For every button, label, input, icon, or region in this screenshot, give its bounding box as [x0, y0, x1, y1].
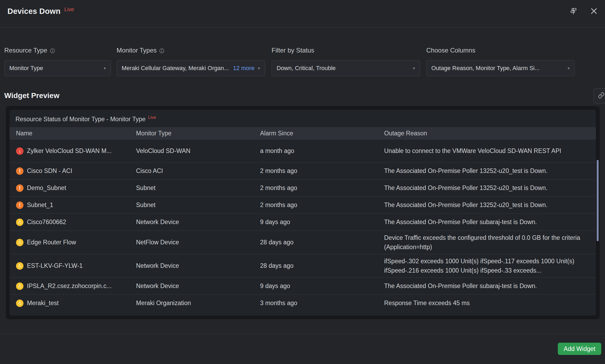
outage-reason-cell: Unable to connect to the VMWare VeloClou… [384, 146, 590, 156]
device-name: Edge Router Flow [27, 239, 76, 246]
dialog-header: Devices Down Live [0, 0, 605, 27]
device-name: Cisco SDN - ACI [27, 167, 72, 175]
widget-preview-panel: Resource Status of Monitor Type - Monito… [6, 106, 600, 319]
widget-preview-heading: Widget Preview [4, 91, 59, 100]
table-row[interactable]: ⚠ EST-LKV-GF-YLW-1 Network Device 28 day… [10, 254, 596, 277]
choose-columns-label: Choose Columns [426, 47, 475, 54]
device-name-cell: ⚠ IPSLA_R2.csez.zohocorpin.c... [16, 282, 136, 290]
widget-layout-icon [570, 7, 578, 16]
monitor-type-cell: NetFlow Device [136, 239, 260, 246]
monitor-type-cell: Network Device [136, 219, 260, 226]
vertical-scrollbar[interactable] [597, 160, 599, 241]
alarm-since-cell: 2 months ago [260, 184, 384, 192]
alarm-since-cell: a month ago [260, 147, 384, 155]
table-row[interactable]: ⚠ IPSLA_R2.csez.zohocorpin.c... Network … [10, 277, 596, 294]
device-name: Demo_Subnet [27, 184, 66, 192]
filter-choose-columns: Choose Columns Outage Reason, Monitor Ty… [426, 47, 575, 76]
device-name-cell: ! Demo_Subnet [16, 184, 136, 192]
page-title: Devices Down [7, 7, 61, 16]
widget-layout-button[interactable] [570, 7, 578, 16]
filter-by-status: Filter by Status Down, Critical, Trouble… [272, 47, 420, 76]
column-header-name[interactable]: Name [16, 130, 136, 137]
link-icon [598, 92, 605, 100]
outage-reason-cell: Device Traffic exceeds the configured th… [384, 233, 590, 252]
filter-monitor-types: Monitor Types Meraki Cellular Gateway, M… [117, 47, 265, 76]
table-row[interactable]: ! Cisco SDN - ACI Cisco ACI 2 months ago… [10, 162, 596, 179]
table-row[interactable]: ⚠ Edge Router Flow NetFlow Device 28 day… [10, 230, 596, 254]
widget-card: Resource Status of Monitor Type - Monito… [10, 110, 596, 316]
status-trouble-icon: ⚠ [16, 282, 23, 290]
monitor-types-value: Meraki Cellular Gateway, Meraki Organ... [122, 65, 232, 72]
outage-reason-cell: The Associated On-Premise Poller 13252-u… [384, 200, 590, 210]
footer-divider [0, 334, 605, 334]
add-widget-button[interactable]: Add Widget [558, 343, 601, 355]
column-header-alarm-since[interactable]: Alarm Since [260, 130, 384, 137]
resource-type-label: Resource Type [4, 47, 47, 54]
device-name-cell: ⚠ Edge Router Flow [16, 239, 136, 246]
outage-reason-cell: The Associated On-Premise Poller subaraj… [384, 281, 590, 291]
device-name-cell: ⚠ EST-LKV-GF-YLW-1 [16, 262, 136, 270]
choose-columns-select[interactable]: Outage Reason, Monitor Type, Alarm Si...… [426, 60, 575, 76]
device-name: Meraki_test [27, 300, 59, 307]
table-row[interactable]: ! Subnet_1 Subnet 2 months ago The Assoc… [10, 196, 596, 213]
more-monitor-types-link[interactable]: 12 more [233, 65, 254, 72]
table-row[interactable]: ! Demo_Subnet Subnet 2 months ago The As… [10, 179, 596, 196]
outage-reason-cell: The Associated On-Premise Poller 13252-u… [384, 183, 590, 193]
filter-by-status-value: Down, Critical, Trouble [277, 65, 409, 72]
status-critical-icon: ! [16, 184, 23, 192]
monitor-type-cell: Subnet [136, 201, 260, 209]
alarm-since-cell: 9 days ago [260, 219, 384, 226]
column-header-outage-reason[interactable]: Outage Reason [384, 130, 590, 137]
info-icon[interactable] [159, 48, 164, 53]
monitor-types-label: Monitor Types [117, 47, 157, 54]
monitor-type-cell: Subnet [136, 184, 260, 192]
monitor-type-cell: Meraki Organization [136, 300, 260, 307]
status-trouble-icon: ⚠ [16, 239, 23, 246]
info-icon[interactable] [50, 48, 55, 53]
device-name: IPSLA_R2.csez.zohocorpin.c... [27, 282, 112, 290]
filter-by-status-label: Filter by Status [272, 47, 314, 54]
widget-title: Resource Status of Monitor Type - Monito… [15, 116, 146, 123]
close-icon [590, 7, 598, 15]
table-header-row: Name Monitor Type Alarm Since Outage Rea… [10, 127, 596, 140]
alarm-since-cell: 9 days ago [260, 282, 384, 290]
alarm-since-cell: 2 months ago [260, 201, 384, 209]
filter-by-status-select[interactable]: Down, Critical, Trouble ▼ [272, 60, 420, 76]
device-name-cell: ⚠ Cisco7600662 [16, 219, 136, 226]
outage-reason-cell: Response Time exceeds 45 ms [384, 298, 590, 308]
copy-link-button[interactable] [594, 88, 605, 104]
status-critical-icon: ! [16, 167, 23, 175]
table-row[interactable]: ↓ Zylker VeloCloud SD-WAN M... VeloCloud… [10, 140, 596, 162]
alarm-since-cell: 28 days ago [260, 262, 384, 269]
device-name: Cisco7600662 [27, 219, 66, 226]
alarm-since-cell: 2 months ago [260, 167, 384, 175]
table-body: ↓ Zylker VeloCloud SD-WAN M... VeloCloud… [10, 140, 596, 312]
widget-live-badge: Live [148, 115, 156, 120]
device-name-cell: ! Subnet_1 [16, 201, 136, 209]
chevron-down-icon: ▼ [257, 66, 261, 70]
status-trouble-icon: ⚠ [16, 300, 23, 307]
status-critical-icon: ! [16, 201, 23, 209]
table-row[interactable]: ⚠ Cisco7600662 Network Device 9 days ago… [10, 213, 596, 230]
alarm-since-cell: 28 days ago [260, 239, 384, 246]
monitor-type-cell: Network Device [136, 282, 260, 290]
chevron-down-icon: ▼ [567, 66, 570, 70]
choose-columns-value: Outage Reason, Monitor Type, Alarm Si... [431, 65, 564, 72]
resource-type-select[interactable]: Monitor Type ▼ [4, 60, 111, 76]
table-row[interactable]: ⚠ Meraki_test Meraki Organization 3 mont… [10, 294, 596, 312]
live-badge: Live [64, 6, 74, 13]
device-name: EST-LKV-GF-YLW-1 [27, 262, 83, 269]
column-header-monitor-type[interactable]: Monitor Type [136, 130, 260, 137]
monitor-type-cell: VeloCloud SD-WAN [136, 147, 260, 155]
outage-reason-cell: ifSpeed-.302 exceeds 1000 Unit(s) ifSpee… [384, 257, 590, 275]
alarm-since-cell: 3 months ago [260, 300, 384, 307]
device-name-cell: ↓ Zylker VeloCloud SD-WAN M... [16, 147, 136, 155]
status-trouble-icon: ⚠ [16, 219, 23, 226]
monitor-type-cell: Cisco ACI [136, 167, 260, 175]
close-button[interactable] [590, 7, 598, 15]
filter-resource-type: Resource Type Monitor Type ▼ [4, 47, 111, 76]
monitor-types-select[interactable]: Meraki Cellular Gateway, Meraki Organ...… [117, 60, 265, 76]
device-name: Zylker VeloCloud SD-WAN M... [27, 147, 112, 155]
resource-type-value: Monitor Type [9, 65, 100, 72]
outage-reason-cell: The Associated On-Premise Poller subaraj… [384, 217, 590, 227]
